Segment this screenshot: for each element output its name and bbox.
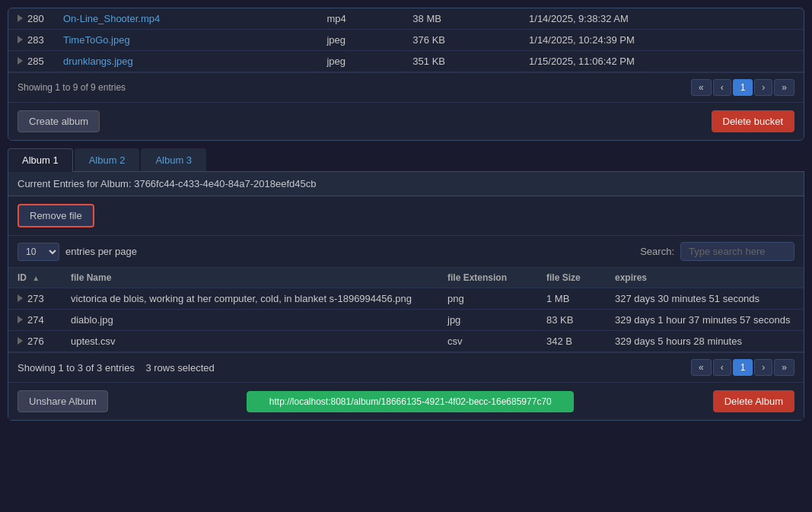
album-row-expires: 329 days 1 hour 37 minutes 57 seconds xyxy=(606,310,804,331)
expand-icon[interactable] xyxy=(18,57,23,65)
row-id: 285 xyxy=(8,51,54,72)
album-content: Current Entries for Album: 3766fc44-c433… xyxy=(8,172,804,421)
showing-info: Showing 1 to 3 of 3 entries xyxy=(18,362,135,374)
top-pagination-row: Showing 1 to 9 of 9 entries « ‹ 1 › » xyxy=(8,72,804,102)
files-table: 280 On-Line_Shooter.mp4 mp4 38 MB 1/14/2… xyxy=(8,8,804,72)
top-table-section: 280 On-Line_Shooter.mp4 mp4 38 MB 1/14/2… xyxy=(8,8,804,141)
delete-album-button[interactable]: Delete Album xyxy=(713,390,794,412)
album-row-filename: uptest.csv xyxy=(62,331,438,352)
album-row-expires: 327 days 30 minutes 51 seconds xyxy=(606,288,804,310)
row-date: 1/14/2025, 9:38:32 AM xyxy=(520,8,804,30)
album-table-row: 274 diablo.jpg jpg 83 KB 329 days 1 hour… xyxy=(8,310,804,331)
album-table-header-row: ID ▲ file Name file Extension file Size … xyxy=(8,268,804,288)
row-size: 376 KB xyxy=(403,30,520,51)
album-row-filename: victorica de blois, working at her compu… xyxy=(62,288,438,310)
selected-info: 3 rows selected xyxy=(145,362,214,374)
pagination-info: Showing 1 to 9 of 9 entries xyxy=(18,82,126,93)
next-page-btn[interactable]: › xyxy=(754,359,772,376)
sort-icon-id: ▲ xyxy=(32,274,40,282)
remove-file-button[interactable]: Remove file xyxy=(18,204,94,227)
search-input[interactable] xyxy=(680,242,794,261)
table-row: 283 TimeToGo.jpeg jpeg 376 KB 1/14/2025,… xyxy=(8,30,804,51)
row-filename: drunklangs.jpeg xyxy=(54,51,317,72)
album-row-ext: jpg xyxy=(438,310,537,331)
row-id: 280 xyxy=(8,8,54,30)
album-pagination-buttons: « ‹ 1 › » xyxy=(691,359,794,376)
album-row-expires: 329 days 5 hours 28 minutes xyxy=(606,331,804,352)
table-row: 280 On-Line_Shooter.mp4 mp4 38 MB 1/14/2… xyxy=(8,8,804,30)
album-table-row: 276 uptest.csv csv 342 B 329 days 5 hour… xyxy=(8,331,804,352)
expand-icon[interactable] xyxy=(18,14,23,22)
album-section: Album 1 Album 2 Album 3 Current Entries … xyxy=(8,148,804,421)
album-table-row: 273 victorica de blois, working at her c… xyxy=(8,288,804,310)
page-1-btn[interactable]: 1 xyxy=(733,359,753,376)
album-toolbar: Remove file xyxy=(8,196,804,236)
album-tabs: Album 1 Album 2 Album 3 xyxy=(8,148,804,172)
delete-bucket-button[interactable]: Delete bucket xyxy=(712,110,795,132)
col-ext: file Extension xyxy=(438,268,537,288)
expand-icon[interactable] xyxy=(18,294,23,302)
expand-icon[interactable] xyxy=(18,337,23,345)
album-row-ext: png xyxy=(438,288,537,310)
tab-album-1[interactable]: Album 1 xyxy=(8,148,73,172)
entries-per-page-label: entries per page xyxy=(65,246,137,257)
row-ext: jpeg xyxy=(317,51,403,72)
next-page-btn[interactable]: › xyxy=(754,79,772,96)
search-label: Search: xyxy=(640,246,674,257)
album-row-ext: csv xyxy=(438,331,537,352)
unshare-album-button[interactable]: Unshare Album xyxy=(18,390,108,412)
entries-per-page-select[interactable]: 10 25 50 100 xyxy=(18,243,59,261)
row-date: 1/15/2025, 11:06:42 PM xyxy=(520,51,804,72)
prev-page-btn[interactable]: ‹ xyxy=(713,359,731,376)
page-1-btn[interactable]: 1 xyxy=(733,79,753,96)
album-row-filename: diablo.jpg xyxy=(62,310,438,331)
col-expires: expires xyxy=(606,268,804,288)
row-ext: jpeg xyxy=(317,30,403,51)
entries-row: 10 25 50 100 entries per page Search: xyxy=(8,236,804,268)
expand-icon[interactable] xyxy=(18,316,23,323)
album-row-size: 342 B xyxy=(537,331,606,352)
album-row-size: 83 KB xyxy=(537,310,606,331)
album-row-id: 276 xyxy=(8,331,62,352)
top-action-row: Create album Delete bucket xyxy=(8,102,804,140)
first-page-btn[interactable]: « xyxy=(691,79,712,96)
album-pagination-info: Showing 1 to 3 of 3 entries 3 rows selec… xyxy=(18,362,215,374)
album-action-row: Unshare Album http://localhost:8081/albu… xyxy=(8,382,804,420)
col-filename: file Name xyxy=(62,268,438,288)
col-id: ID ▲ xyxy=(8,268,62,288)
album-row-id: 274 xyxy=(8,310,62,331)
album-pagination-row: Showing 1 to 3 of 3 entries 3 rows selec… xyxy=(8,352,804,382)
row-size: 351 KB xyxy=(403,51,520,72)
create-album-button[interactable]: Create album xyxy=(18,110,100,132)
last-page-btn[interactable]: » xyxy=(774,79,794,96)
last-page-btn[interactable]: » xyxy=(774,359,794,376)
row-filename: On-Line_Shooter.mp4 xyxy=(54,8,317,30)
prev-page-btn[interactable]: ‹ xyxy=(713,79,731,96)
tab-album-3[interactable]: Album 3 xyxy=(141,148,206,171)
share-url-display: http://localhost:8081/album/18666135-492… xyxy=(247,391,574,412)
expand-icon[interactable] xyxy=(18,36,23,43)
album-table: ID ▲ file Name file Extension file Size … xyxy=(8,268,804,352)
row-ext: mp4 xyxy=(317,8,403,30)
search-area: Search: xyxy=(640,242,794,261)
col-size: file Size xyxy=(537,268,606,288)
row-id: 283 xyxy=(8,30,54,51)
first-page-btn[interactable]: « xyxy=(691,359,712,376)
album-header-text: Current Entries for Album: 3766fc44-c433… xyxy=(18,178,316,189)
pagination-buttons: « ‹ 1 › » xyxy=(691,79,794,96)
album-row-id: 273 xyxy=(8,288,62,310)
album-row-size: 1 MB xyxy=(537,288,606,310)
row-size: 38 MB xyxy=(403,8,520,30)
row-filename: TimeToGo.jpeg xyxy=(54,30,317,51)
row-date: 1/14/2025, 10:24:39 PM xyxy=(520,30,804,51)
table-row: 285 drunklangs.jpeg jpeg 351 KB 1/15/202… xyxy=(8,51,804,72)
album-header: Current Entries for Album: 3766fc44-c433… xyxy=(8,172,804,196)
tab-album-2[interactable]: Album 2 xyxy=(75,148,140,171)
